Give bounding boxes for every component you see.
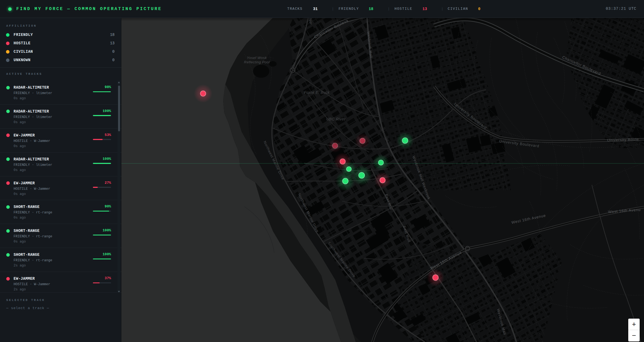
svg-text:Frank E. Buck: Frank E. Buck [304, 90, 330, 95]
svg-text:UBC River: UBC River [326, 117, 346, 121]
svg-text:Reflecting Pool: Reflecting Pool [244, 60, 270, 64]
svg-text:Yosef Wosk: Yosef Wosk [247, 56, 267, 60]
